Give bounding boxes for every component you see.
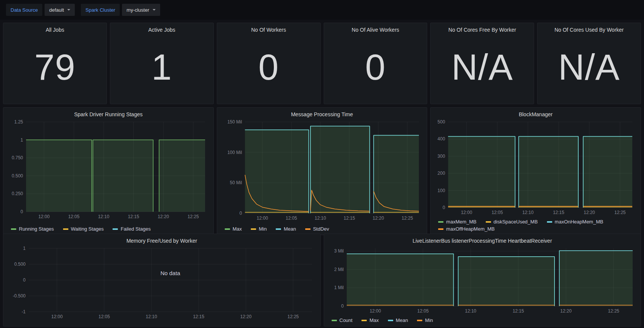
legend-item-maxmem-mb[interactable]: maxMem_MB — [438, 219, 476, 225]
svg-text:12:15: 12:15 — [193, 314, 204, 319]
svg-text:100: 100 — [438, 188, 445, 193]
svg-text:12:00: 12:00 — [51, 314, 63, 319]
stat-panel-cores-free-by-worker: No Of Cores Free By Worker N/A — [430, 23, 534, 104]
legend-item-diskspaceused-mb[interactable]: diskSpaceUsed_MB — [486, 219, 538, 225]
legend-series-label: Mean — [396, 317, 408, 323]
stat-panel-all-jobs: All Jobs 79 — [3, 23, 107, 104]
stat-value: N/A — [541, 34, 637, 101]
svg-text:12:20: 12:20 — [560, 308, 571, 314]
svg-text:12:10: 12:10 — [98, 214, 109, 219]
svg-text:12:05: 12:05 — [286, 216, 297, 221]
variable-group-data-source: Data Source default — [6, 4, 75, 16]
legend-series-swatch — [251, 228, 256, 230]
svg-text:No data: No data — [161, 270, 181, 276]
legend-item-min[interactable]: Min — [251, 226, 267, 232]
legend-series-swatch — [438, 221, 443, 223]
svg-text:50 Mil: 50 Mil — [230, 180, 242, 185]
panel-title[interactable]: BlockManager — [434, 110, 637, 118]
chart-canvas[interactable]: 12:0012:0512:1012:1512:2012:250100200300… — [434, 118, 637, 217]
svg-text:12:20: 12:20 — [240, 314, 252, 319]
legend-item-failed-stages[interactable]: Failed Stages — [113, 226, 151, 232]
panel-title[interactable]: No Of Cores Free By Worker — [434, 25, 530, 34]
svg-text:12:00: 12:00 — [38, 214, 49, 219]
chart-legend: Running StagesWaiting StagesFailed Stage… — [7, 225, 210, 232]
legend-item-max[interactable]: Max — [225, 226, 242, 232]
legend-series-swatch — [438, 228, 443, 230]
svg-text:12:00: 12:00 — [256, 216, 268, 221]
panel-title[interactable]: No Of Cores Used By Worker — [541, 25, 637, 34]
variable-group-spark-cluster: Spark Cluster my-cluster — [81, 4, 160, 16]
stat-panel-active-jobs: Active Jobs 1 — [110, 23, 214, 104]
svg-text:0: 0 — [443, 205, 445, 210]
dashboard-variables-bar: Data Source default Spark Cluster my-clu… — [0, 0, 644, 20]
legend-series-swatch — [332, 320, 337, 321]
svg-text:3 Mil: 3 Mil — [334, 248, 343, 254]
chart-canvas[interactable]: 12:0012:0512:1012:1512:2012:2501 Mil2 Mi… — [328, 245, 637, 316]
stats-row: All Jobs 79 Active Jobs 1 No Of Workers … — [3, 23, 641, 104]
chart-canvas[interactable]: 12:0012:0512:1012:1512:2012:25-1-0.50000… — [7, 245, 317, 323]
legend-series-swatch — [63, 228, 68, 230]
data-source-label: Data Source — [6, 4, 42, 16]
panel-title[interactable]: No Of Workers — [221, 25, 317, 34]
stat-value: 1 — [114, 34, 210, 101]
svg-text:1: 1 — [23, 246, 26, 251]
legend-item-count[interactable]: Count — [332, 317, 353, 323]
panel-title[interactable]: LiveListenerBus listenerProcessingTime H… — [328, 236, 637, 245]
chart-canvas[interactable]: 12:0012:0512:1012:1512:2012:2500.2500.50… — [7, 118, 210, 225]
chart-legend: maxMem_MBdiskSpaceUsed_MBmaxOnHeapMem_MB… — [434, 217, 637, 232]
svg-text:2 Mil: 2 Mil — [334, 267, 343, 272]
svg-text:12:00: 12:00 — [369, 308, 381, 314]
legend-item-running-stages[interactable]: Running Stages — [11, 226, 54, 232]
svg-text:12:15: 12:15 — [553, 210, 564, 215]
svg-text:12:20: 12:20 — [584, 210, 595, 215]
chevron-down-icon — [153, 9, 156, 11]
svg-text:0.250: 0.250 — [12, 191, 23, 196]
svg-text:0.500: 0.500 — [12, 173, 23, 179]
panel-title[interactable]: Active Jobs — [114, 25, 210, 34]
legend-series-swatch — [388, 320, 393, 321]
svg-text:12:05: 12:05 — [99, 314, 110, 319]
stat-value: 79 — [7, 34, 103, 101]
legend-series-label: Running Stages — [19, 226, 54, 232]
charts-row-2: Memory Free/Used by Worker 12:0012:0512:… — [3, 234, 641, 323]
legend-item-maxonheapmem-mb[interactable]: maxOnHeapMem_MB — [547, 219, 604, 225]
svg-text:12:25: 12:25 — [287, 314, 299, 319]
legend-series-label: Waiting Stages — [71, 226, 104, 232]
legend-series-label: Failed Stages — [120, 226, 151, 232]
svg-text:200: 200 — [438, 171, 445, 176]
stat-value: 0 — [221, 34, 317, 101]
chart-canvas[interactable]: 12:0012:0512:1012:1512:2012:25050 Mil100… — [221, 118, 423, 225]
stat-panel-no-of-alive-workers: No Of Alive Workers 0 — [324, 23, 428, 104]
panel-title[interactable]: Spark Driver Running Stages — [7, 110, 210, 118]
legend-series-label: Min — [259, 226, 267, 232]
legend-item-maxoffheapmem-mb[interactable]: maxOffHeapMem_MB — [438, 226, 494, 232]
svg-text:0: 0 — [23, 277, 26, 283]
chart-legend: MaxMinMeanStdDev — [221, 225, 423, 232]
legend-item-stddev[interactable]: StdDev — [305, 226, 329, 232]
legend-series-swatch — [547, 221, 552, 223]
stat-panel-no-of-workers: No Of Workers 0 — [217, 23, 321, 104]
spark-cluster-select[interactable]: my-cluster — [122, 4, 160, 16]
stat-value: N/A — [434, 34, 530, 101]
panel-memory-free-used-by-worker: Memory Free/Used by Worker 12:0012:0512:… — [3, 234, 321, 326]
legend-series-swatch — [305, 228, 310, 230]
legend-item-mean[interactable]: Mean — [276, 226, 296, 232]
data-source-select[interactable]: default — [45, 4, 75, 16]
chevron-down-icon — [67, 9, 70, 11]
svg-text:12:10: 12:10 — [522, 210, 534, 215]
legend-item-mean[interactable]: Mean — [388, 317, 408, 323]
panel-title[interactable]: No Of Alive Workers — [328, 25, 423, 34]
legend-series-swatch — [11, 228, 16, 230]
svg-text:-1: -1 — [22, 309, 26, 314]
legend-item-min[interactable]: Min — [417, 317, 433, 323]
legend-item-max[interactable]: Max — [361, 317, 379, 323]
svg-text:300: 300 — [438, 154, 445, 159]
panel-title[interactable]: All Jobs — [7, 25, 103, 34]
svg-text:12:25: 12:25 — [187, 214, 199, 219]
spark-cluster-label: Spark Cluster — [81, 4, 120, 16]
legend-item-waiting-stages[interactable]: Waiting Stages — [63, 226, 104, 232]
panel-title[interactable]: Memory Free/Used by Worker — [7, 236, 317, 245]
data-source-value: default — [49, 7, 64, 13]
svg-text:12:00: 12:00 — [461, 210, 472, 215]
panel-title[interactable]: Message Processing Time — [221, 110, 423, 118]
